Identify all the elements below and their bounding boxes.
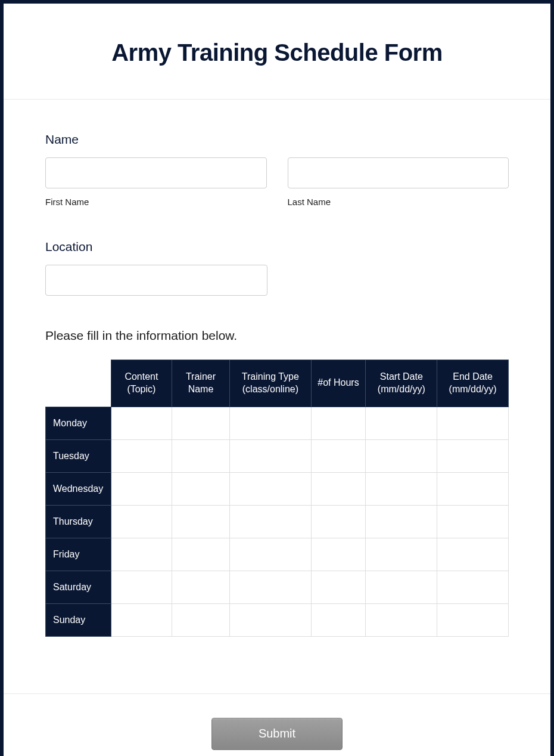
table-instruction: Please fill in the information below. [45, 329, 509, 343]
cell-input[interactable] [367, 605, 435, 635]
cell-input[interactable] [113, 474, 170, 504]
cell-input[interactable] [367, 441, 435, 471]
cell-input[interactable] [173, 540, 228, 569]
table-cell [311, 407, 366, 439]
cell-input[interactable] [231, 441, 309, 471]
cell-input[interactable] [313, 474, 365, 504]
cell-input[interactable] [231, 474, 309, 504]
cell-input[interactable] [313, 507, 365, 537]
cell-input[interactable] [438, 507, 507, 537]
form-footer: Submit [4, 693, 550, 756]
cell-input[interactable] [313, 540, 365, 569]
table-cell [437, 407, 509, 439]
table-cell [366, 407, 437, 439]
table-row: Sunday [46, 603, 509, 636]
row-header: Saturday [46, 571, 111, 603]
col-type: Training Type (class/online) [230, 360, 311, 407]
col-content: Content (Topic) [111, 360, 172, 407]
submit-button[interactable]: Submit [211, 718, 343, 750]
cell-input[interactable] [113, 507, 170, 537]
cell-input[interactable] [367, 474, 435, 504]
name-row: First Name Last Name [45, 157, 509, 207]
col-start: Start Date (mm/dd/yy) [366, 360, 437, 407]
table-cell [172, 439, 229, 472]
table-cell [172, 505, 229, 538]
cell-input[interactable] [173, 572, 228, 602]
cell-input[interactable] [231, 605, 309, 635]
table-header-row: Content (Topic) Trainer Name Training Ty… [46, 360, 509, 407]
cell-input[interactable] [173, 507, 228, 537]
name-label: Name [45, 132, 509, 147]
cell-input[interactable] [438, 572, 507, 602]
table-cell [111, 538, 172, 571]
table-cell [230, 603, 311, 636]
first-name-sublabel: First Name [45, 197, 267, 207]
table-cell [437, 505, 509, 538]
cell-input[interactable] [113, 572, 170, 602]
table-cell [366, 538, 437, 571]
table-cell [366, 571, 437, 603]
table-cell [366, 505, 437, 538]
table-row: Thursday [46, 505, 509, 538]
row-header: Friday [46, 538, 111, 571]
cell-input[interactable] [438, 605, 507, 635]
cell-input[interactable] [113, 441, 170, 471]
cell-input[interactable] [113, 605, 170, 635]
cell-input[interactable] [313, 441, 365, 471]
cell-input[interactable] [367, 408, 435, 438]
table-cell [230, 439, 311, 472]
table-cell [230, 505, 311, 538]
table-cell [172, 603, 229, 636]
cell-input[interactable] [313, 572, 365, 602]
table-cell [311, 472, 366, 505]
table-cell [311, 439, 366, 472]
cell-input[interactable] [231, 572, 309, 602]
table-cell [111, 603, 172, 636]
cell-input[interactable] [367, 540, 435, 569]
cell-input[interactable] [231, 540, 309, 569]
col-hours: #of Hours [311, 360, 366, 407]
cell-input[interactable] [438, 540, 507, 569]
form-header: Army Training Schedule Form [4, 4, 550, 100]
table-cell [366, 603, 437, 636]
table-cell [311, 571, 366, 603]
table-cell [172, 571, 229, 603]
cell-input[interactable] [173, 474, 228, 504]
cell-input[interactable] [313, 408, 365, 438]
cell-input[interactable] [367, 572, 435, 602]
form-container: Army Training Schedule Form Name First N… [0, 0, 554, 756]
table-cell [230, 571, 311, 603]
cell-input[interactable] [438, 441, 507, 471]
last-name-input[interactable] [288, 157, 509, 188]
table-cell [111, 505, 172, 538]
schedule-section: Please fill in the information below. Co… [45, 329, 509, 637]
last-name-sublabel: Last Name [288, 197, 509, 207]
form-body: Name First Name Last Name Location Pleas… [4, 100, 550, 693]
table-cell [437, 538, 509, 571]
cell-input[interactable] [113, 540, 170, 569]
cell-input[interactable] [113, 408, 170, 438]
name-field-group: Name First Name Last Name [45, 132, 509, 207]
table-cell [311, 603, 366, 636]
first-name-input[interactable] [45, 157, 267, 188]
cell-input[interactable] [367, 507, 435, 537]
table-cell [230, 407, 311, 439]
table-cell [437, 603, 509, 636]
table-cell [172, 538, 229, 571]
cell-input[interactable] [231, 408, 309, 438]
cell-input[interactable] [438, 474, 507, 504]
table-cell [366, 472, 437, 505]
col-trainer: Trainer Name [172, 360, 229, 407]
page-title: Army Training Schedule Form [15, 39, 539, 66]
row-header: Tuesday [46, 439, 111, 472]
cell-input[interactable] [231, 507, 309, 537]
cell-input[interactable] [173, 408, 228, 438]
table-cell [172, 472, 229, 505]
cell-input[interactable] [438, 408, 507, 438]
cell-input[interactable] [173, 605, 228, 635]
cell-input[interactable] [313, 605, 365, 635]
table-cell [111, 472, 172, 505]
schedule-table: Content (Topic) Trainer Name Training Ty… [45, 360, 509, 637]
location-input[interactable] [45, 265, 267, 296]
cell-input[interactable] [173, 441, 228, 471]
